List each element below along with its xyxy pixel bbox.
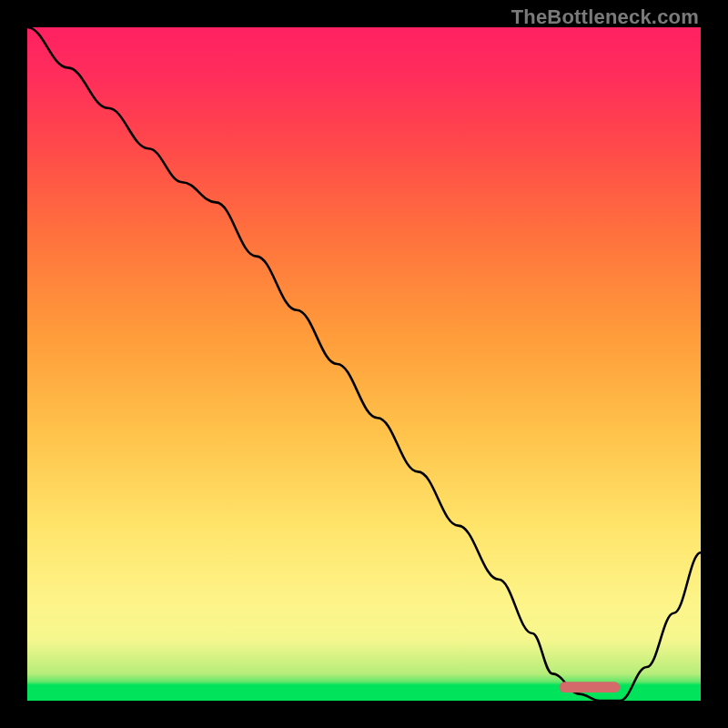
plot-area [27, 27, 701, 701]
optimal-marker [560, 682, 621, 693]
bottleneck-curve [27, 27, 701, 701]
chart-frame: TheBottleneck.com [0, 0, 728, 728]
overlay-svg [27, 27, 701, 701]
watermark-text: TheBottleneck.com [511, 5, 699, 29]
